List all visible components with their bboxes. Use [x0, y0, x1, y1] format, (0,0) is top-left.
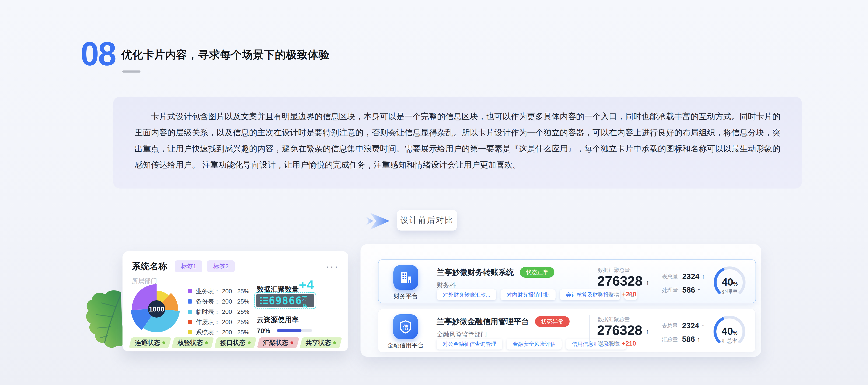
app-title-line: 兰亭妙微金融信用管理平台 状态异常	[437, 316, 569, 327]
pie-legend: 业务表：20025% 备份表：20025% 临时表：20025% 作废表：200…	[188, 286, 249, 338]
tag-2[interactable]: 标签2	[207, 260, 235, 272]
status-badge-connect[interactable]: 连通状态	[129, 338, 171, 348]
aggregation-counter-box[interactable]: 69866 万条	[256, 294, 314, 307]
gauge-percent: 40	[722, 276, 733, 288]
total-number: 276328	[597, 273, 643, 289]
status-label: 接口状态	[220, 339, 245, 347]
legend-percent: 25%	[237, 319, 249, 326]
app-department: 财务科	[437, 281, 456, 289]
design-showcase-page: 08 优化卡片内容，寻求每个场景下的极致体验 卡片式设计包含图片以及文案并且有明…	[0, 0, 868, 385]
status-badge-interface[interactable]: 接口状态	[214, 338, 256, 348]
svg-text:信: 信	[403, 324, 408, 330]
legend-swatch-temp	[188, 310, 192, 314]
metric-label: 汇总量	[662, 336, 678, 343]
legend-percent: 25%	[237, 298, 249, 305]
app-department: 金融风险监管部门	[437, 330, 487, 339]
cloud-usage-progress-fill	[277, 329, 302, 332]
legend-item: 业务表：20025%	[188, 286, 249, 296]
arrow-up-icon: ↑	[697, 336, 700, 343]
yesterday-label: 昨日新增	[598, 291, 619, 298]
app-row-finance[interactable]: 财务平台 兰亭妙微财务转账系统 状态正常 财务科 对外财务转账汇款... 对内财…	[378, 259, 756, 303]
more-menu-icon[interactable]: ···	[326, 264, 339, 269]
app-tag[interactable]: 金融安全风险评估	[506, 339, 562, 350]
metric-table-total: 表总量 2324 ↑	[662, 272, 705, 281]
arrow-up-icon: ↑	[646, 327, 649, 336]
total-number: 276328	[597, 322, 642, 338]
legend-percent: 25%	[237, 288, 249, 295]
status-dot-icon	[162, 341, 165, 344]
metric-label: 表总量	[662, 273, 678, 280]
legend-label: 系统表：	[196, 328, 220, 336]
gauge-unit: %	[733, 330, 738, 336]
cloud-usage-progressbar	[277, 329, 312, 332]
aggregation-count-label: 数据汇聚数量	[257, 285, 299, 294]
compare-arrow-icon	[365, 210, 396, 232]
status-badge-row: 连通状态 核验状态 接口状态 汇聚状态 共享状态	[130, 338, 341, 348]
status-label: 核验状态	[178, 339, 203, 347]
metric-processed: 处理量 586 ↑	[662, 286, 701, 294]
yesterday-new-row: 昨日新增 +210	[598, 291, 636, 298]
metric-table-total: 表总量 2324 ↑	[662, 321, 705, 330]
status-dot-icon	[205, 341, 208, 344]
legend-item: 临时表：20025%	[188, 307, 249, 317]
legend-swatch-voided	[188, 320, 192, 324]
system-name-title: 系统名称	[132, 260, 167, 272]
legend-value: 200	[222, 298, 232, 305]
pie-center-total: 1000	[149, 305, 164, 313]
total-aggregation-label: 数据汇聚总量	[598, 266, 630, 274]
app-title: 兰亭妙微财务转账系统	[437, 267, 514, 278]
gauge-percent: 40	[722, 325, 733, 337]
status-badge-verify[interactable]: 核验状态	[172, 338, 214, 348]
legend-value: 200	[222, 329, 232, 336]
platform-label: 财务平台	[378, 292, 433, 300]
metric-label: 表总量	[662, 322, 678, 329]
status-badge-share[interactable]: 共享状态	[300, 338, 342, 348]
table-distribution-pie-chart: 1000	[131, 284, 182, 335]
yesterday-label: 昨日新增	[597, 340, 619, 347]
metric-value: 586	[682, 286, 695, 294]
yesterday-delta: +210	[622, 340, 636, 347]
stats-divider	[590, 266, 590, 297]
before-design-card[interactable]: 系统名称 标签1 标签2 ··· 所属部门 1000 业务表：20025% 备份…	[123, 251, 348, 351]
metric-value: 2324	[682, 272, 699, 281]
arrow-up-icon: ↑	[702, 273, 705, 280]
app-tag[interactable]: 对外财务转账汇款...	[437, 289, 496, 300]
status-label: 汇聚状态	[263, 339, 288, 347]
stats-divider	[589, 315, 590, 346]
status-dot-icon	[248, 341, 251, 344]
section-title: 优化卡片内容，寻求每个场景下的极致体验	[121, 47, 330, 62]
status-badge-aggregate[interactable]: 汇聚状态	[257, 338, 299, 348]
legend-item: 备份表：20025%	[188, 296, 249, 307]
legend-item: 系统表：20025%	[188, 327, 249, 338]
total-aggregation-value: 276328 ↑	[597, 322, 649, 338]
after-design-panel: 财务平台 兰亭妙微财务转账系统 状态正常 财务科 对外财务转账汇款... 对内财…	[361, 244, 761, 357]
section-number: 08	[81, 37, 116, 70]
app-tag[interactable]: 对公金融征信查询管理	[437, 339, 502, 350]
status-label: 共享状态	[306, 339, 331, 347]
gauge-label: 汇总率	[721, 338, 738, 344]
app-tag[interactable]: 对内财务报销审批	[500, 289, 556, 300]
legend-item: 作废表：20025%	[188, 317, 249, 327]
compare-button[interactable]: 设计前后对比	[397, 210, 457, 230]
metric-label: 处理量	[662, 287, 678, 294]
legend-label: 业务表：	[196, 287, 220, 295]
app-row-credit[interactable]: 信 金融信用平台 兰亭妙微金融信用管理平台 状态异常 金融风险监管部门 对公金融…	[378, 309, 755, 352]
intro-paragraph: 卡片式设计包含图片以及文案并且有明显边界的信息区块，本身可以是一个完整的信息区块…	[113, 97, 802, 173]
yesterday-new-row: 昨日新增 +210	[597, 340, 636, 347]
metric-value: 586	[682, 335, 695, 344]
yesterday-delta: +210	[622, 291, 636, 298]
arrow-up-icon: ↑	[702, 322, 705, 329]
intro-panel: 卡片式设计包含图片以及文案并且有明显边界的信息区块，本身可以是一个完整的信息区块…	[113, 97, 802, 189]
legend-swatch-system	[188, 330, 192, 334]
legend-swatch-business	[188, 289, 192, 293]
arrow-up-icon: ↑	[646, 278, 650, 287]
tag-1[interactable]: 标签1	[175, 260, 202, 272]
arrow-up-icon: ↑	[698, 287, 701, 294]
shield-icon: 信	[393, 314, 418, 339]
platform-label: 金融信用平台	[378, 341, 433, 350]
list-lines-icon	[260, 296, 269, 305]
metric-value: 2324	[682, 321, 699, 330]
legend-label: 作废表：	[196, 318, 220, 326]
aggregation-delta: +4	[299, 277, 314, 292]
app-title-line: 兰亭妙微财务转账系统 状态正常	[437, 267, 554, 278]
